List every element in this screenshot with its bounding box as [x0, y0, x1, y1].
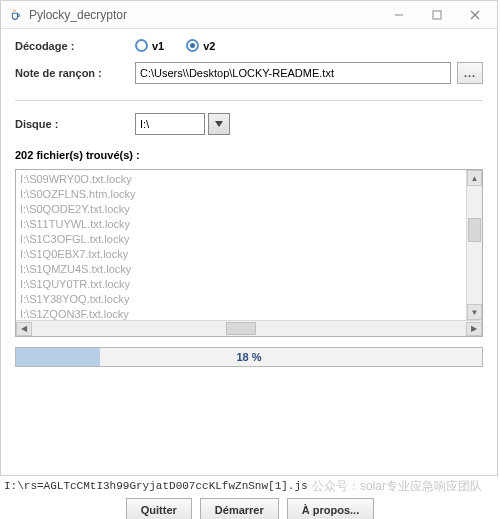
radio-v2-label: v2 [203, 40, 215, 52]
maximize-button[interactable] [419, 4, 455, 26]
disk-label: Disque : [15, 118, 135, 130]
files-found-label: 202 fichier(s) trouvé(s) : [15, 149, 483, 161]
disk-row: Disque : I:\ [15, 113, 483, 135]
decodage-label: Décodage : [15, 40, 135, 52]
disk-combo[interactable]: I:\ [135, 113, 230, 135]
window-title: Pylocky_decryptor [29, 8, 381, 22]
radio-v2-icon [186, 39, 199, 52]
note-path-input[interactable] [135, 62, 451, 84]
list-item[interactable]: I:\S1QMZU4S.txt.locky [20, 262, 462, 277]
progress-bar: 18 % [15, 347, 483, 367]
scroll-right-button[interactable]: ▶ [466, 322, 482, 336]
vertical-scrollbar[interactable]: ▲ ▼ [466, 170, 482, 320]
quit-button[interactable]: Quitter [126, 498, 192, 519]
minimize-button[interactable] [381, 4, 417, 26]
vertical-scroll-thumb[interactable] [468, 218, 481, 242]
window-controls [381, 4, 493, 26]
scroll-up-button[interactable]: ▲ [467, 170, 482, 186]
scroll-left-button[interactable]: ◀ [16, 322, 32, 336]
java-icon [7, 7, 23, 23]
button-bar: Quitter Démarrer À propos... [0, 496, 500, 519]
browse-button[interactable]: ... [457, 62, 483, 84]
about-button[interactable]: À propos... [287, 498, 374, 519]
start-button[interactable]: Démarrer [200, 498, 279, 519]
radio-v1[interactable]: v1 [135, 39, 164, 52]
radio-v1-icon [135, 39, 148, 52]
files-list-content: I:\S09WRY0O.txt.locky I:\S0OZFLNS.htm.lo… [16, 170, 466, 320]
content-area: Décodage : v1 v2 Note de rançon : ... Di… [1, 29, 497, 475]
note-row: Note de rançon : ... [15, 62, 483, 84]
list-item[interactable]: I:\S0QODE2Y.txt.locky [20, 202, 462, 217]
list-item[interactable]: I:\S1C3OFGL.txt.locky [20, 232, 462, 247]
progress-text: 18 % [236, 351, 261, 363]
svg-rect-1 [433, 11, 441, 19]
separator [15, 100, 483, 101]
svg-marker-4 [215, 121, 223, 127]
scroll-down-button[interactable]: ▼ [467, 304, 482, 320]
app-window: Pylocky_decryptor Décodage : v1 [0, 0, 498, 476]
list-item[interactable]: I:\S1Q0EBX7.txt.locky [20, 247, 462, 262]
disk-combo-arrow[interactable] [208, 113, 230, 135]
horizontal-scrollbar[interactable]: ◀ ▶ [16, 320, 482, 336]
list-item[interactable]: I:\S1ZQON3F.txt.locky [20, 307, 462, 320]
progress-fill [16, 348, 100, 366]
radio-v1-label: v1 [152, 40, 164, 52]
decodage-row: Décodage : v1 v2 [15, 39, 483, 52]
list-item[interactable]: I:\S09WRY0O.txt.locky [20, 172, 462, 187]
horizontal-scroll-thumb[interactable] [226, 322, 256, 335]
files-listbox[interactable]: I:\S09WRY0O.txt.locky I:\S0OZFLNS.htm.lo… [15, 169, 483, 337]
list-item[interactable]: I:\S0OZFLNS.htm.locky [20, 187, 462, 202]
version-radio-group: v1 v2 [135, 39, 216, 52]
list-item[interactable]: I:\S1QUY0TR.txt.locky [20, 277, 462, 292]
note-label: Note de rançon : [15, 67, 135, 79]
status-line: I:\rs=AGLTcCMtI3h99GryjatD007ccKLfwZnSnw… [0, 476, 500, 496]
list-item[interactable]: I:\S1Y38YOQ.txt.locky [20, 292, 462, 307]
disk-combo-value: I:\ [135, 113, 205, 135]
close-button[interactable] [457, 4, 493, 26]
titlebar: Pylocky_decryptor [1, 1, 497, 29]
radio-v2[interactable]: v2 [186, 39, 215, 52]
chevron-down-icon [215, 121, 223, 127]
list-item[interactable]: I:\S11TUYWL.txt.locky [20, 217, 462, 232]
